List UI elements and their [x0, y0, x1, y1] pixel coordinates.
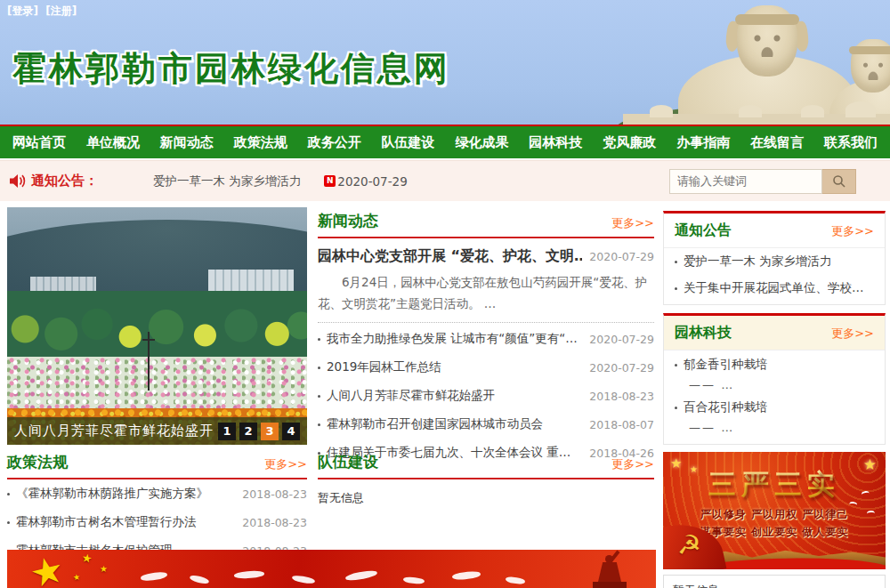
policy-section: 政策法规 更多>> 《霍林郭勒市林荫路推广实施方案》 2018-08-23 霍林… [7, 452, 307, 565]
policy-item-title[interactable]: 霍林郭勒市古树名木管理暂行办法 [16, 514, 233, 530]
notice-bar-link[interactable]: 爱护一草一木 为家乡增活力 [153, 173, 301, 189]
register-link[interactable]: [注册] [45, 4, 77, 17]
policy-item-date: 2018-08-23 [242, 487, 307, 501]
carousel-page-1[interactable]: 1 [218, 423, 236, 440]
news-item-title[interactable]: 2019年园林工作总结 [327, 359, 580, 375]
news-list-item: 霍林郭勒市召开创建国家园林城市动员会 2018-08-07 [318, 410, 654, 439]
calligraphy-stroke [234, 570, 264, 579]
yurt-shape [739, 105, 762, 117]
notices-box: 通知公告 更多>> 爱护一草一木 为家乡增活力 关于集中开展花园式单位、学校、工… [663, 211, 886, 305]
star-icon: ★ [72, 572, 80, 582]
team-empty-text: 暂无信息 [318, 490, 654, 506]
featured-article-summary: 6月24日，园林中心党支部在敖包山芍药园开展“爱花、护花、文明赏花”主题党日活动… [318, 271, 654, 314]
news-list-item: 2019年园林工作总结 2020-07-29 [318, 353, 654, 382]
news-item-title[interactable]: 人间八月芳菲尽霍市鲜花始盛开 [327, 388, 580, 404]
auth-links: [登录] [注册] [7, 4, 80, 19]
calligraphy-stroke [452, 570, 481, 580]
news-list-item: 我市全力助推绿色发展 让城市有“颜值”更有“气质” 2020-07-29 [318, 325, 654, 353]
nav-item-greening-results[interactable]: 绿化成果 [455, 134, 508, 151]
policy-item-title[interactable]: 《霍林郭勒市林荫路推广实施方案》 [16, 486, 233, 502]
news-section-header: 新闻动态 更多>> [318, 211, 654, 238]
bullet-icon [675, 261, 677, 263]
policy-list-item: 霍林郭勒市古树名木管理暂行办法 2018-08-23 [7, 508, 307, 536]
notice-bar: 通知公告： 爱护一草一木 为家乡增活力 N 2020-07-29 [0, 160, 890, 201]
notice-item-title[interactable]: 爱护一草一木 为家乡增活力 [684, 254, 874, 270]
garden-tech-header: 园林科技 更多>> [664, 316, 885, 350]
bullet-icon [318, 338, 320, 341]
nav-item-home[interactable]: 网站首页 [12, 134, 66, 151]
calligraphy-stroke [403, 576, 425, 584]
news-section-title: 新闻动态 [318, 211, 378, 231]
photo-carousel[interactable]: 人间八月芳菲尽霍市鲜花始盛开 1 2 3 4 [7, 207, 307, 445]
nav-item-party-conduct[interactable]: 党风廉政 [603, 134, 656, 151]
site-title: 霍林郭勒市园林绿化信息网 [12, 46, 450, 92]
carousel-caption[interactable]: 人间八月芳菲尽霍市鲜花始盛开 [14, 423, 214, 439]
notices-more-link[interactable]: 更多>> [831, 223, 874, 239]
search-box [669, 169, 856, 194]
featured-article-title[interactable]: 园林中心党支部开展 “爱花、护花、文明… [318, 247, 582, 266]
news-item-title[interactable]: 霍林郭勒市召开创建国家园林城市动员会 [327, 416, 580, 432]
statue-large-face [748, 30, 787, 57]
garden-tech-title: 园林科技 [675, 324, 732, 342]
statue-large-headband [735, 14, 799, 25]
news-item-date: 2020-07-29 [589, 333, 654, 346]
calligraphy-stroke [189, 574, 209, 584]
notices-box-header: 通知公告 更多>> [664, 213, 885, 248]
nav-item-news[interactable]: 新闻动态 [160, 134, 214, 151]
team-section-title: 队伍建设 [318, 452, 378, 472]
bullet-icon [675, 407, 677, 409]
tech-item-subline: —— … [664, 417, 885, 436]
notice-bar-label: 通知公告： [31, 173, 98, 189]
bullet-icon [675, 364, 677, 366]
policy-item-date: 2018-08-23 [242, 516, 307, 529]
nav-item-team[interactable]: 队伍建设 [382, 134, 435, 151]
carousel-photo-flower-field [7, 357, 307, 414]
nav-item-policy[interactable]: 政策法规 [234, 134, 287, 151]
garden-tech-more-link[interactable]: 更多>> [831, 326, 874, 342]
policy-more-link[interactable]: 更多>> [264, 456, 307, 472]
carousel-page-3[interactable]: 3 [261, 423, 279, 440]
login-link[interactable]: [登录] [7, 4, 38, 17]
nav-item-service-guide[interactable]: 办事指南 [676, 134, 730, 151]
search-button[interactable] [822, 169, 856, 194]
promo-banner[interactable]: ★ ★ ★ 三严三实 严以修身 严以用权 严以律己 谋事要实 创业要实 做人要实… [663, 452, 886, 569]
policy-list-item: 《霍林郭勒市林荫路推广实施方案》 2018-08-23 [7, 479, 307, 508]
star-icon: ★ [26, 550, 68, 588]
statue-silhouette-head [605, 555, 613, 563]
news-more-link[interactable]: 更多>> [611, 215, 654, 231]
notice-list-item: 关于集中开展花园式单位、学校、工厂… [664, 275, 885, 302]
promo-banner-title: 三严三实 [663, 466, 886, 503]
carousel-photo-pole [148, 332, 150, 391]
tech-item-subline: —— … [664, 375, 885, 393]
yurt-shape [846, 101, 876, 117]
nav-item-contact[interactable]: 联系我们 [824, 134, 878, 151]
policy-section-title: 政策法规 [7, 452, 68, 472]
notice-list-item: 爱护一草一木 为家乡增活力 [664, 248, 885, 275]
carousel-photo-trees [7, 291, 307, 360]
nav-item-gov-affairs[interactable]: 政务公开 [308, 134, 361, 151]
new-badge-icon: N [324, 175, 336, 187]
carousel-page-4[interactable]: 4 [282, 423, 300, 440]
nav-item-online-message[interactable]: 在线留言 [750, 134, 804, 151]
carousel-caption-bar: 人间八月芳菲尽霍市鲜花始盛开 1 2 3 4 [7, 417, 307, 445]
featured-article: 园林中心党支部开展 “爱花、护花、文明… 2020-07-29 [318, 247, 654, 266]
tech-item-title[interactable]: 百合花引种栽培 [684, 399, 874, 415]
tech-item-title[interactable]: 郁金香引种栽培 [684, 357, 874, 373]
bullet-icon [7, 493, 10, 495]
bullet-icon [675, 287, 677, 290]
yurt-shape [801, 105, 824, 117]
news-section: 新闻动态 更多>> 园林中心党支部开展 “爱花、护花、文明… 2020-07-2… [318, 211, 654, 467]
bottom-red-banner[interactable]: ★ ★ ★ ★ [7, 550, 656, 588]
news-list-item: 人间八月芳菲尽霍市鲜花始盛开 2018-08-23 [318, 382, 654, 410]
carousel-page-2[interactable]: 2 [239, 423, 257, 440]
statue-silhouette-base [593, 582, 627, 588]
nav-item-garden-tech[interactable]: 园林科技 [529, 134, 582, 151]
news-item-title[interactable]: 我市全力助推绿色发展 让城市有“颜值”更有“气质” [327, 331, 580, 347]
team-section: 队伍建设 更多>> 暂无信息 [318, 452, 654, 506]
statue-small-face [858, 59, 888, 80]
search-input[interactable] [669, 169, 822, 194]
nav-item-about[interactable]: 单位概况 [86, 134, 140, 151]
calligraphy-stroke [141, 571, 168, 582]
notice-item-title[interactable]: 关于集中开展花园式单位、学校、工厂… [684, 280, 874, 296]
team-more-link[interactable]: 更多>> [611, 456, 654, 472]
